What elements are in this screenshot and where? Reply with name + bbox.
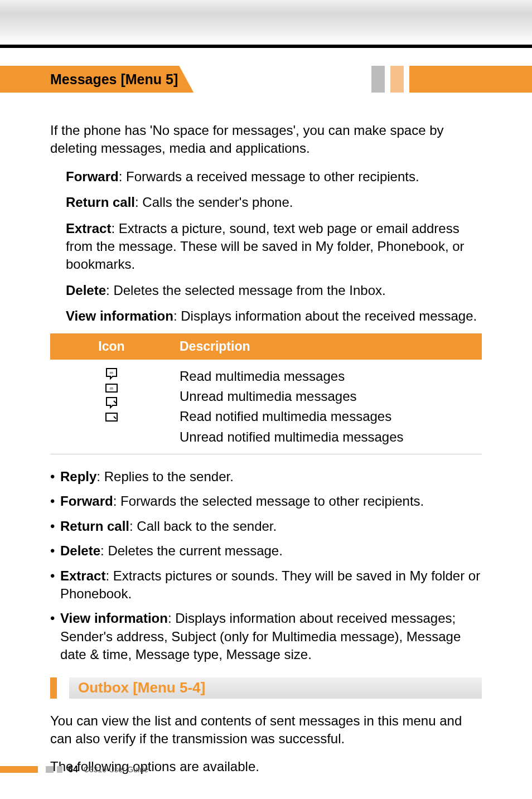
heading-bar-decor: [50, 677, 57, 699]
bullet-label: View information: [60, 611, 168, 626]
bullet-extract: Extract: Extracts pictures or sounds. Th…: [50, 567, 482, 603]
section-heading: Outbox [Menu 5-4]: [50, 677, 482, 699]
chapter-tab: Messages [Menu 5]: [0, 66, 194, 93]
desc-row-2: Read notified multimedia messages: [180, 408, 475, 425]
option-label: Return call: [66, 195, 135, 210]
option-label: Extract: [66, 221, 111, 236]
bullet-desc: : Forwards the selected message to other…: [113, 493, 424, 509]
bullet-desc: : Call back to the sender.: [129, 519, 277, 534]
chapter-title: Messages [Menu 5]: [50, 71, 178, 87]
table-header-description: Description: [173, 333, 482, 360]
table-header-icon: Icon: [50, 333, 173, 360]
first-options-list: Forward: Forwards a received message to …: [50, 168, 482, 326]
page-number: 64: [68, 764, 78, 774]
option-desc: : Forwards a received message to other r…: [119, 169, 419, 184]
header-right-decor: [371, 66, 532, 93]
svg-rect-3: [106, 413, 117, 421]
bullet-desc: : Replies to the sender.: [96, 469, 233, 484]
option-delete: Delete: Deletes the selected message fro…: [50, 282, 482, 299]
icon-description-table: Icon Description m m: [50, 333, 482, 455]
intro-paragraph: If the phone has 'No space for messages'…: [50, 122, 482, 158]
option-desc: : Calls the sender's phone.: [135, 195, 293, 210]
option-view-information: View information: Displays information a…: [50, 307, 482, 325]
page-content: If the phone has 'No space for messages'…: [0, 105, 532, 776]
bullet-desc: : Extracts pictures or sounds. They will…: [60, 568, 480, 601]
option-desc: : Extracts a picture, sound, text web pa…: [66, 221, 465, 272]
section-title: Outbox [Menu 5-4]: [78, 679, 205, 696]
unread-mms-icon: m: [105, 382, 118, 394]
footer-orange-decor: [0, 766, 38, 773]
bullet-options-list: Reply: Replies to the sender. Forward: F…: [50, 468, 482, 664]
decor-gray-block: [371, 66, 385, 93]
bullet-delete: Delete: Deletes the current message.: [50, 542, 482, 560]
bullet-reply: Reply: Replies to the sender.: [50, 468, 482, 486]
svg-text:m: m: [110, 371, 113, 375]
bullet-return-call: Return call: Call back to the sender.: [50, 517, 482, 535]
desc-row-1: Unread multimedia messages: [180, 388, 475, 405]
unread-notified-mms-icon: [105, 411, 118, 423]
desc-row-3: Unread notified multimedia messages: [180, 428, 475, 446]
option-return-call: Return call: Calls the sender's phone.: [50, 193, 482, 211]
description-cell: Read multimedia messages Unread multimed…: [173, 360, 482, 454]
decor-orange-dim-block: [390, 66, 404, 93]
bullet-label: Forward: [60, 493, 113, 509]
bullet-label: Reply: [60, 469, 96, 484]
bullet-view-information: View information: Displays information a…: [50, 609, 482, 664]
top-gradient-decor: [0, 0, 532, 45]
option-extract: Extract: Extracts a picture, sound, text…: [50, 220, 482, 274]
option-forward: Forward: Forwards a received message to …: [50, 168, 482, 186]
section-body-1: You can view the list and contents of se…: [50, 712, 482, 748]
bullet-desc: : Deletes the current message.: [100, 543, 283, 558]
page-header: Messages [Menu 5]: [0, 66, 532, 105]
option-desc: : Deletes the selected message from the …: [106, 283, 386, 298]
decor-orange-block: [409, 66, 532, 93]
bullet-label: Return call: [60, 519, 129, 534]
desc-row-0: Read multimedia messages: [180, 367, 475, 385]
footer-gray-decor: [57, 766, 62, 773]
black-bar-decor: [0, 45, 532, 48]
heading-box: Outbox [Menu 5-4]: [69, 677, 482, 699]
option-label: View information: [66, 308, 173, 323]
read-notified-mms-icon: [105, 396, 118, 409]
table-row: m m Read mult: [50, 360, 482, 454]
bullet-label: Delete: [60, 543, 100, 558]
footer-gray-decor: [46, 766, 54, 773]
option-desc: : Displays information about the receive…: [173, 308, 477, 323]
option-label: Delete: [66, 283, 106, 298]
option-label: Forward: [66, 169, 119, 184]
guide-name: C3310 User Guide: [84, 765, 148, 774]
read-mms-icon: m: [105, 367, 118, 380]
bullet-label: Extract: [60, 568, 105, 583]
page-footer: 64 C3310 User Guide: [0, 764, 148, 774]
icon-cell: m m: [50, 360, 173, 454]
svg-text:m: m: [110, 386, 113, 390]
bullet-forward: Forward: Forwards the selected message t…: [50, 492, 482, 510]
